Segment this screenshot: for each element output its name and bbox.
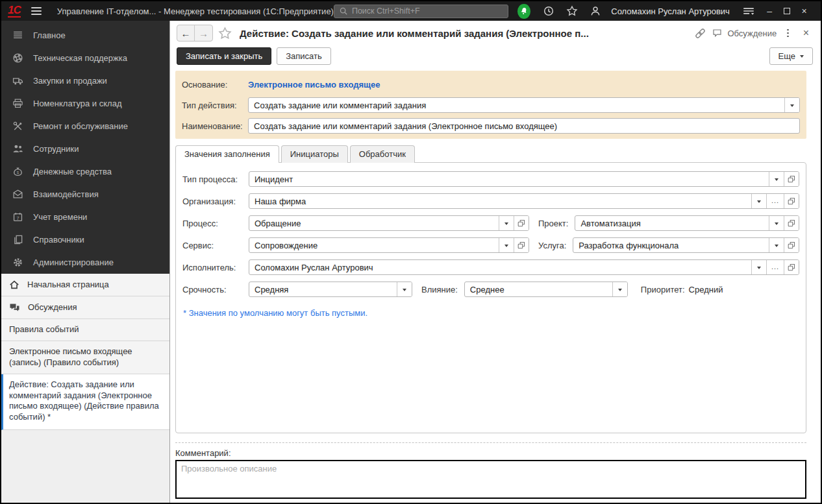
comment-textarea[interactable]: [175, 460, 806, 499]
executor-choose-button[interactable]: ...: [766, 260, 784, 274]
priority-readout: Приоритет:Средний: [641, 285, 723, 294]
urgency-label: Срочность:: [182, 285, 249, 294]
project-dropdown-button[interactable]: [769, 216, 784, 230]
main-menu-icon[interactable]: [31, 5, 42, 17]
process-label: Процесс:: [182, 219, 249, 228]
service-menu-icon[interactable]: [742, 5, 755, 17]
process-dropdown-button[interactable]: [499, 216, 514, 230]
sidebar-item-label: Администрирование: [33, 258, 114, 267]
sidebar-item-denezhnye[interactable]: s Денежные средства: [1, 160, 169, 183]
sidebar-item-label: Главное: [33, 30, 66, 40]
sidebar-item-discussions[interactable]: Обсуждения: [1, 296, 169, 319]
tab-initiators[interactable]: Инициаторы: [281, 145, 348, 163]
executor-dropdown-button[interactable]: [751, 260, 766, 274]
global-search[interactable]: [334, 5, 508, 18]
executor-field: ...: [249, 259, 799, 275]
tab-handler[interactable]: Обработчик: [350, 145, 415, 163]
sidebar-item-uchet-vremeni[interactable]: 7 Учет времени: [1, 206, 169, 228]
lifebuoy-icon: [12, 53, 23, 64]
chevron-down-icon: [775, 222, 778, 227]
project-input[interactable]: [575, 216, 769, 230]
name-input[interactable]: [249, 119, 799, 133]
people-icon: [12, 143, 23, 154]
search-input[interactable]: [352, 6, 503, 16]
action-type-dropdown-button[interactable]: [784, 98, 799, 112]
sidebar-item-sotrudniki[interactable]: Сотрудники: [1, 138, 169, 160]
process-field: [249, 215, 529, 231]
basis-link[interactable]: Электронное письмо входящее: [248, 80, 380, 90]
more-button[interactable]: Еще: [769, 47, 813, 65]
project-label: Проект:: [538, 219, 568, 228]
sidebar-item-home[interactable]: Начальная страница: [1, 274, 169, 296]
link-icon[interactable]: [694, 27, 706, 40]
favorite-star-icon[interactable]: [218, 27, 232, 40]
splitter-handle[interactable]: [175, 442, 806, 443]
discussions-notification-icon[interactable]: [517, 4, 530, 19]
save-and-close-button[interactable]: Записать и закрыть: [177, 47, 271, 65]
executor-open-button[interactable]: [784, 260, 799, 274]
sidebar-item-label: Правила событий: [9, 324, 79, 335]
favorites-star-icon[interactable]: [566, 5, 578, 17]
more-actions-icon[interactable]: [782, 29, 794, 38]
process-type-open-button[interactable]: [784, 172, 799, 186]
process-input[interactable]: [249, 216, 499, 230]
usluga-input[interactable]: [573, 238, 769, 252]
sidebar-item-vzaimodeystviya[interactable]: Взаимодействия: [1, 183, 169, 206]
tab-fill-values[interactable]: Значения заполнения: [175, 145, 279, 163]
close-document-button[interactable]: ×: [799, 27, 813, 39]
sidebar-item-administrirovanie[interactable]: Администрирование: [1, 251, 169, 274]
history-icon[interactable]: [543, 5, 554, 17]
user-icon[interactable]: [590, 5, 601, 17]
urgency-dropdown-button[interactable]: [397, 282, 412, 296]
sidebar-item-label: Взаимодействия: [33, 189, 99, 199]
process-type-input[interactable]: [249, 172, 769, 186]
sidebar-item-label: Справочники: [33, 235, 84, 245]
action-type-input[interactable]: [249, 98, 784, 112]
sidebar-item-remont[interactable]: Ремонт и обслуживание: [1, 115, 169, 138]
defaults-note: * Значения по умолчанию могут быть пусты…: [183, 308, 799, 318]
influence-input[interactable]: [465, 282, 612, 296]
save-button[interactable]: Записать: [277, 47, 331, 65]
sidebar-item-tehpodderzhka[interactable]: Техническая поддержка: [1, 47, 169, 69]
organization-dropdown-button[interactable]: [751, 194, 766, 208]
influence-field: [464, 282, 628, 297]
service-input[interactable]: [249, 238, 499, 252]
svg-text:s: s: [17, 170, 19, 174]
document-toolbar: Записать и закрыть Записать Еще: [170, 45, 821, 69]
service-dropdown-button[interactable]: [499, 238, 514, 252]
maximize-button[interactable]: [778, 6, 796, 16]
sidebar-item-glavnoe[interactable]: Главное: [1, 24, 169, 47]
urgency-input[interactable]: [249, 282, 397, 296]
organization-choose-button[interactable]: ...: [766, 194, 784, 208]
project-open-button[interactable]: [784, 216, 799, 230]
sidebar-item-event-rules[interactable]: Правила событий: [1, 319, 169, 341]
forward-button[interactable]: →: [195, 25, 212, 41]
usluga-open-button[interactable]: [784, 238, 799, 252]
minimize-button[interactable]: –: [761, 6, 778, 16]
main-area: ← → Действие: Создать задание или коммен…: [170, 21, 821, 503]
process-type-dropdown-button[interactable]: [769, 172, 784, 186]
sidebar-item-label: Учет времени: [33, 212, 87, 222]
chevron-down-icon: [403, 289, 406, 293]
service-open-button[interactable]: [514, 238, 529, 252]
sidebar-item-label: Денежные средства: [33, 167, 112, 176]
organization-input[interactable]: [249, 194, 751, 208]
name-field: [248, 118, 800, 134]
sidebar-item-action-current[interactable]: Действие: Создать задание или комментари…: [1, 374, 169, 431]
sidebar-item-zakupki[interactable]: Закупки и продажи: [1, 69, 169, 92]
sidebar-filler: [1, 430, 169, 503]
close-window-button[interactable]: ×: [795, 6, 813, 16]
influence-dropdown-button[interactable]: [612, 282, 627, 296]
organization-open-button[interactable]: [784, 194, 799, 208]
executor-input[interactable]: [249, 260, 751, 274]
back-button[interactable]: ←: [177, 25, 195, 41]
open-windows-panel: Начальная страница Обсуждения Правила со…: [1, 274, 169, 503]
sidebar-item-label: Закупки и продажи: [33, 76, 107, 86]
sidebar-item-spravochniki[interactable]: Справочники: [1, 228, 169, 251]
discussion-button[interactable]: Обсуждение: [712, 28, 777, 38]
sidebar-item-incoming-email[interactable]: Электронное письмо входящее (запись) (Пр…: [1, 341, 169, 374]
usluga-dropdown-button[interactable]: [769, 238, 784, 252]
sidebar-item-nomenklatura[interactable]: Номенклатура и склад: [1, 92, 169, 115]
process-open-button[interactable]: [514, 216, 529, 230]
current-user-name: Соломахин Руслан Артурович: [611, 6, 730, 16]
